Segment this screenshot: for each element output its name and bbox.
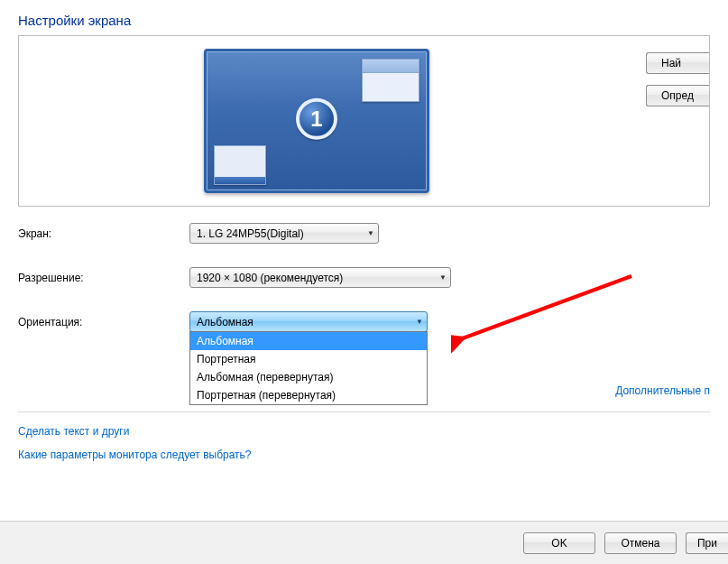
orientation-option[interactable]: Альбомная	[190, 332, 427, 350]
display-preview-panel: 1 Най Опред	[18, 35, 710, 207]
settings-form: Экран: 1. LG 24MP55(Digital) ▼ Разрешени…	[0, 207, 728, 332]
orientation-option[interactable]: Портретная	[190, 350, 427, 368]
orientation-combobox[interactable]: Альбомная ▼	[189, 311, 428, 332]
advanced-settings-link[interactable]: Дополнительные п	[615, 384, 710, 397]
screen-combobox[interactable]: 1. LG 24MP55(Digital) ▼	[189, 223, 379, 244]
monitor-number-badge: 1	[296, 98, 337, 140]
monitor-window-mini-icon	[362, 59, 419, 102]
screen-combobox-value: 1. LG 24MP55(Digital)	[197, 227, 304, 240]
help-link[interactable]: Какие параметры монитора следует выбрать…	[18, 448, 252, 461]
page-title: Настройки экрана	[0, 0, 728, 35]
chevron-down-icon: ▼	[439, 273, 447, 282]
screen-label: Экран:	[18, 227, 189, 240]
orientation-dropdown-list: Альбомная Портретная Альбомная (переверн…	[189, 331, 428, 405]
resolution-combobox-value: 1920 × 1080 (рекомендуется)	[197, 272, 343, 284]
chevron-down-icon: ▼	[367, 229, 374, 237]
monitor-taskbar-mini-icon	[214, 145, 266, 185]
orientation-option[interactable]: Альбомная (перевернутая)	[190, 368, 427, 386]
orientation-label: Ориентация:	[18, 316, 189, 328]
chevron-down-icon: ▼	[416, 318, 423, 326]
resize-text-link[interactable]: Сделать текст и други	[18, 425, 129, 438]
resolution-label: Разрешение:	[18, 272, 189, 284]
cancel-button[interactable]: Отмена	[604, 532, 677, 554]
ok-button[interactable]: OK	[523, 532, 595, 554]
orientation-option[interactable]: Портретная (перевернутая)	[190, 386, 427, 404]
resolution-combobox[interactable]: 1920 × 1080 (рекомендуется) ▼	[189, 267, 451, 288]
monitor-thumbnail[interactable]: 1	[204, 49, 429, 193]
orientation-combobox-value: Альбомная	[197, 316, 253, 328]
detect-button[interactable]: Опред	[646, 85, 709, 106]
apply-button[interactable]: При	[686, 532, 728, 554]
dialog-button-bar: OK Отмена При	[0, 521, 728, 564]
find-button[interactable]: Най	[646, 52, 709, 74]
